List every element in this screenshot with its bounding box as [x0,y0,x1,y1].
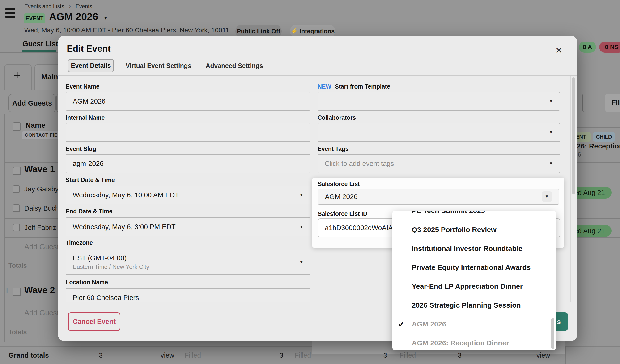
tab-virtual-event-settings[interactable]: Virtual Event Settings [126,62,191,70]
tab-event-details[interactable]: Event Details [68,59,114,72]
add-guest-row-1[interactable]: Add Guest [24,243,59,251]
tab-event-details-label: Event Details [71,62,111,69]
dropdown-option-selected[interactable]: ✓ AGM 2026 [392,315,556,334]
view-link-1[interactable]: view [132,351,174,359]
dropdown-option[interactable]: Q3 2025 Portfolio Review [392,220,556,239]
new-tag: NEW [318,83,331,90]
salesforce-list-id-label: Salesforce List ID [318,210,367,217]
template-select[interactable]: — ▼ [318,92,560,111]
start-from-template-text: Start from Template [335,83,390,90]
event-type-badge: EVENT [24,14,45,23]
location-name-value: Pier 60 Chelsea Piers [73,294,139,302]
breadcrumb-events-and-lists[interactable]: Events and Lists [24,3,64,9]
add-tab-button[interactable]: + [4,64,32,90]
salesforce-list-caret-button[interactable]: ▼ [542,191,552,202]
event-tags-label: Event Tags [318,145,349,152]
title-caret-icon[interactable]: ▼ [103,15,108,21]
save-button-label: s [557,318,561,326]
dropdown-option[interactable]: Institutional Investor Roundtable [392,239,556,258]
add-guests-button[interactable]: Add Guests [9,94,56,112]
dropdown-option-label: AGM 2026: Reception Dinner [412,339,509,347]
start-datetime-select[interactable]: Wednesday, May 6, 10:00 AM EDT ▼ [66,185,310,204]
totals-row-1: Totals [9,262,27,269]
salesforce-list-select[interactable]: AGM 2026 ▼ [318,189,559,205]
filled-count-3: 3 [424,351,462,359]
location-name-label: Location Name [66,279,108,286]
table-row-guest-1[interactable]: Jay Gatsby [24,185,59,193]
breadcrumb: Events and Lists › Events [24,3,92,10]
dropdown-option[interactable]: 2026 Strategic Planning Session [392,296,556,315]
accepted-counter-badge: 0 A [579,42,596,53]
check-icon: ✓ [398,319,405,329]
page-title: AGM 2026 [49,11,98,22]
tab-guest-list[interactable]: Guest List [22,40,58,48]
dropdown-option[interactable]: Private Equity International Awards [392,258,556,277]
chevron-down-icon: ▼ [299,193,303,197]
tab-advanced-settings[interactable]: Advanced Settings [206,62,263,70]
event-tags-input[interactable]: Click to add event tags ▼ [318,154,560,173]
dropdown-option[interactable]: PE Tech Summit 2025 [392,211,556,220]
table-row-guest-2[interactable]: Daisy Buch [24,204,59,212]
dropdown-option-label: Institutional Investor Roundtable [412,244,522,253]
drag-handle-icon[interactable]: ‖ [5,287,8,294]
internal-name-input[interactable] [66,123,310,142]
event-name-value: AGM 2026 [73,97,106,105]
child-event-name[interactable]: 26: Reception Di [577,142,620,150]
menu-icon[interactable] [5,9,16,20]
row-checkbox-1[interactable] [13,185,20,193]
collaborators-select[interactable]: ▼ [318,123,560,142]
add-guest-row-2[interactable]: Add Guest [24,309,59,317]
breadcrumb-separator-icon: › [69,3,71,9]
end-datetime-label: End Date & Time [66,208,112,215]
table-left-border [4,114,5,342]
row-checkbox-3[interactable] [13,224,20,231]
dropdown-option[interactable]: Year-End LP Appreciation Dinner [392,277,556,296]
event-slug-value: agm-2026 [73,160,104,167]
tabstrip-border [0,52,58,53]
group-checkbox-wave1[interactable] [13,167,21,175]
view-link-2[interactable]: view [517,351,550,359]
dropdown-option-label: Year-End LP Appreciation Dinner [412,282,523,290]
edit-event-modal: Edit Event ✕ Event Details Virtual Event… [58,36,577,341]
modal-header-divider [58,75,577,76]
dropdown-option-label: 2026 Strategic Planning Session [412,301,521,309]
column-header-name[interactable]: Name [26,121,45,130]
filled-label-2: Filled [295,351,311,359]
child-event-sub: 6 [578,151,581,158]
internal-name-label: Internal Name [66,114,105,121]
group-checkbox-wave2[interactable] [13,288,21,296]
cancel-event-button[interactable]: Cancel Event [68,312,120,331]
salesforce-list-label: Salesforce List [318,181,360,187]
dropdown-scrollbar[interactable] [551,318,554,349]
event-slug-label: Event Slug [66,145,96,152]
salesforce-list-id-value: a1hD3000002eWoAIAU [325,224,398,232]
start-from-template-label: NEW Start from Template [318,83,390,90]
event-name-input[interactable]: AGM 2026 [66,92,310,111]
no-show-counter-badge: 0 NS [599,42,620,53]
dropdown-option[interactable]: AGM 2026: Reception Dinner [392,334,556,350]
start-datetime-value: Wednesday, May 6, 10:00 AM EDT [73,191,179,199]
toolbar-border [4,114,58,114]
plus-icon: + [14,68,20,82]
filter-button[interactable]: Filte [605,94,620,112]
row-checkbox-2[interactable] [13,204,20,212]
close-icon[interactable]: ✕ [555,46,562,56]
table-row-guest-3[interactable]: Jeff Fabriz [24,224,56,232]
chevron-down-icon: ▼ [299,225,303,229]
filled-label-1: Filled [185,351,201,359]
totals-row-2: Totals [9,329,27,336]
chevron-down-icon: ▼ [549,130,553,135]
event-slug-input[interactable]: agm-2026 [66,154,310,173]
grand-totals-count: 3 [62,351,103,359]
timezone-label: Timezone [66,239,93,246]
timezone-select[interactable]: EST (GMT-04:00) Eastern Time / New York … [66,250,310,275]
timezone-value: EST (GMT-04:00) [73,254,149,262]
chevron-down-icon: ▼ [549,161,553,166]
filled-label-3: Filled [400,351,416,359]
end-datetime-select[interactable]: Wednesday, May 6, 3:00 PM EDT ▼ [66,217,310,236]
dropdown-option-label: Q3 2025 Portfolio Review [412,226,496,234]
modal-scrollbar[interactable] [572,77,575,194]
breadcrumb-events[interactable]: Events [76,3,92,9]
select-all-checkbox[interactable] [13,122,21,131]
start-datetime-label: Start Date & Time [66,177,115,183]
